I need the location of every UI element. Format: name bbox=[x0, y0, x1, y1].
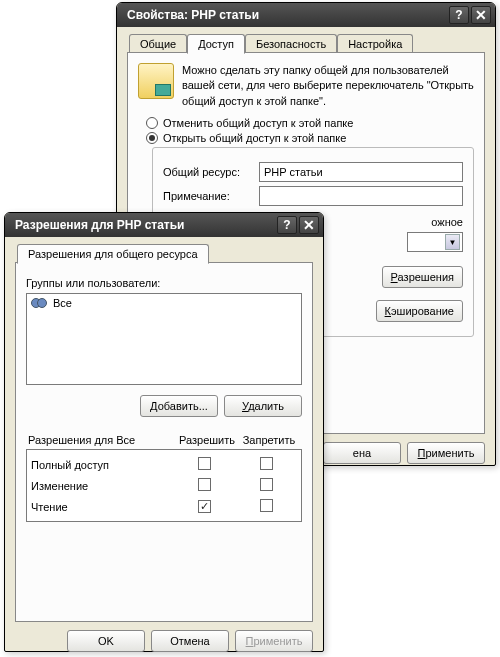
groups-label: Группы или пользователи: bbox=[26, 277, 302, 289]
radio-allow-share[interactable] bbox=[146, 132, 158, 144]
perm-for-label: Разрешения для Все bbox=[28, 434, 176, 446]
allow-change-checkbox[interactable] bbox=[198, 478, 211, 491]
share-name-input[interactable] bbox=[259, 162, 463, 182]
permissions-tabs: Разрешения для общего ресурса bbox=[15, 244, 313, 263]
limit-label-partial: ожное bbox=[431, 216, 463, 228]
cancel-button[interactable]: Отмена bbox=[151, 630, 229, 652]
add-button[interactable]: Добавить... bbox=[140, 395, 218, 417]
properties-title: Свойства: PHP статьи bbox=[127, 8, 259, 22]
share-note-input[interactable] bbox=[259, 186, 463, 206]
permissions-list: Полный доступ Изменение Чтение bbox=[26, 449, 302, 522]
permissions-title: Разрешения для PHP статьи bbox=[15, 218, 185, 232]
list-item[interactable]: Все bbox=[27, 294, 301, 312]
col-deny: Запретить bbox=[238, 434, 300, 446]
perm-row: Чтение bbox=[29, 496, 299, 517]
radio-deny-share[interactable] bbox=[146, 117, 158, 129]
caching-button[interactable]: Кэширование bbox=[376, 300, 463, 322]
permissions-table: Разрешения для Все Разрешить Запретить П… bbox=[26, 431, 302, 522]
radio-allow-label: Открыть общий доступ к этой папке bbox=[163, 132, 346, 144]
help-icon[interactable]: ? bbox=[449, 6, 469, 24]
share-description: Можно сделать эту папку общей для пользо… bbox=[182, 63, 474, 109]
properties-tabs: Общие Доступ Безопасность Настройка bbox=[127, 34, 485, 53]
group-name: Все bbox=[53, 297, 72, 309]
folder-share-icon bbox=[138, 63, 174, 99]
tab-access[interactable]: Доступ bbox=[187, 34, 245, 54]
tab-security[interactable]: Безопасность bbox=[245, 34, 337, 53]
user-limit-select[interactable]: ▼ bbox=[407, 232, 463, 252]
perm-row: Полный доступ bbox=[29, 454, 299, 475]
radio-deny-label: Отменить общий доступ к этой папке bbox=[163, 117, 353, 129]
share-name-label: Общий ресурс: bbox=[163, 166, 253, 178]
permissions-buttons: OK Отмена Применить bbox=[15, 630, 313, 652]
cancel-button-partial[interactable]: ена bbox=[323, 442, 401, 464]
close-icon[interactable]: ✕ bbox=[471, 6, 491, 24]
allow-full-checkbox[interactable] bbox=[198, 457, 211, 470]
tab-customize[interactable]: Настройка bbox=[337, 34, 413, 53]
perm-name: Полный доступ bbox=[31, 459, 173, 471]
groups-listbox[interactable]: Все bbox=[26, 293, 302, 385]
permissions-titlebar[interactable]: Разрешения для PHP статьи ? ✕ bbox=[5, 213, 323, 237]
tab-general[interactable]: Общие bbox=[129, 34, 187, 53]
perm-row: Изменение bbox=[29, 475, 299, 496]
col-allow: Разрешить bbox=[176, 434, 238, 446]
properties-titlebar[interactable]: Свойства: PHP статьи ? ✕ bbox=[117, 3, 495, 27]
ok-button[interactable]: OK bbox=[67, 630, 145, 652]
help-icon[interactable]: ? bbox=[277, 216, 297, 234]
share-note-label: Примечание: bbox=[163, 190, 253, 202]
users-icon bbox=[31, 296, 47, 310]
permissions-dialog: Разрешения для PHP статьи ? ✕ Разрешения… bbox=[4, 212, 324, 652]
perm-name: Изменение bbox=[31, 480, 173, 492]
deny-full-checkbox[interactable] bbox=[260, 457, 273, 470]
remove-button[interactable]: Удалить bbox=[224, 395, 302, 417]
tab-share-permissions[interactable]: Разрешения для общего ресурса bbox=[17, 244, 209, 264]
share-radio-group: Отменить общий доступ к этой папке Откры… bbox=[138, 117, 474, 144]
deny-change-checkbox[interactable] bbox=[260, 478, 273, 491]
permissions-button[interactable]: Разрешения bbox=[382, 266, 463, 288]
close-icon[interactable]: ✕ bbox=[299, 216, 319, 234]
apply-button[interactable]: Применить bbox=[235, 630, 313, 652]
chevron-down-icon: ▼ bbox=[445, 234, 460, 250]
allow-read-checkbox[interactable] bbox=[198, 500, 211, 513]
perm-name: Чтение bbox=[31, 501, 173, 513]
deny-read-checkbox[interactable] bbox=[260, 499, 273, 512]
apply-button[interactable]: Применить bbox=[407, 442, 485, 464]
permissions-panel: Группы или пользователи: Все Добавить...… bbox=[15, 262, 313, 622]
